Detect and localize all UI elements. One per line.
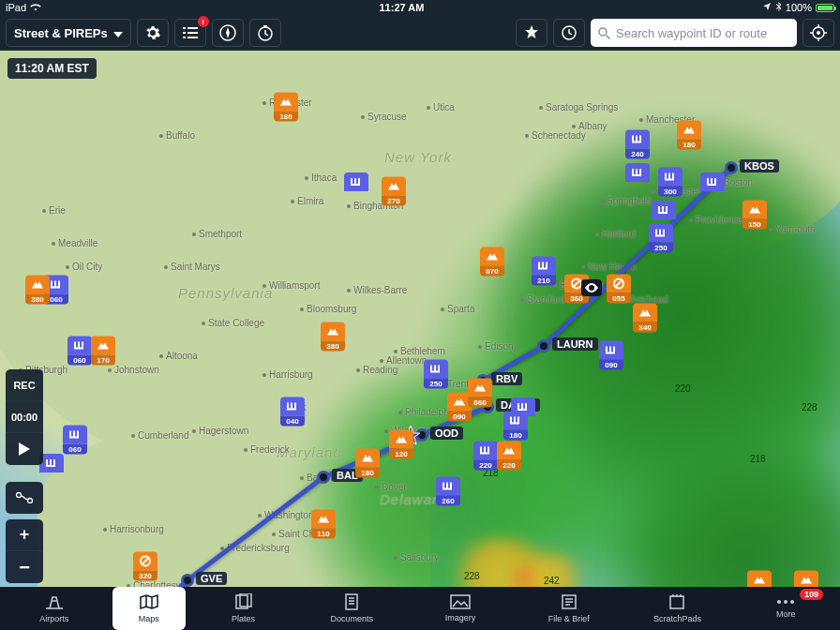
more-icon (775, 598, 796, 608)
pirep-badge[interactable]: 110 (311, 510, 336, 539)
pirep-badge[interactable]: 300 (658, 168, 682, 197)
city-label: Washington (258, 510, 313, 520)
route-edit-button[interactable] (6, 482, 43, 514)
city-label: State College (202, 318, 264, 328)
city-label: Salisbury (394, 552, 439, 562)
favorites-button[interactable]: + (516, 19, 548, 47)
pirep-badge[interactable]: 120 (389, 430, 413, 459)
pirep-badge[interactable]: 090 (599, 341, 623, 370)
svg-point-11 (28, 499, 33, 503)
pirep-badge[interactable]: 220 (473, 442, 498, 471)
pirep-badge[interactable]: 380 (25, 276, 50, 305)
state-label: Pennsylvania (178, 285, 273, 301)
city-label: Utica (427, 102, 455, 112)
route-edit-group (6, 482, 43, 514)
bluetooth-icon (775, 2, 782, 14)
pirep-badge[interactable] (344, 172, 368, 191)
pirep-badge[interactable]: 370 (794, 571, 818, 588)
tab-label: Airports (39, 614, 68, 623)
pirep-badge[interactable]: 180 (677, 121, 701, 150)
city-label: Allentown (380, 355, 427, 366)
tab-label: Plates (232, 614, 255, 623)
tab-airports[interactable]: Airports (0, 587, 109, 630)
city-label: Harrisburg (262, 369, 313, 380)
pirep-badge[interactable] (625, 163, 650, 182)
pirep-badge[interactable]: 380 (321, 322, 345, 352)
pirep-badge[interactable]: 250 (424, 360, 448, 389)
center-button[interactable] (802, 19, 834, 47)
rec-button[interactable]: REC (6, 369, 43, 401)
pirep-badge[interactable]: 070 (480, 248, 504, 277)
pirep-badge[interactable]: 060 (68, 337, 92, 366)
city-label: Reading (356, 365, 398, 375)
timer-button[interactable] (249, 19, 281, 47)
pirep-badge[interactable]: 180 (355, 449, 380, 478)
tab-scratchpads[interactable]: ScratchPads (623, 587, 732, 630)
pirep-badge[interactable]: 060 (468, 379, 492, 408)
city-label: Ithaca (305, 172, 337, 183)
svg-rect-17 (670, 596, 683, 608)
map-viewport[interactable]: New YorkPennsylvaniaMarylandDelawareVirg… (0, 51, 840, 587)
search-field[interactable]: Search waypoint ID or route (591, 19, 797, 47)
city-label: Bloomsburg (300, 304, 356, 314)
pirep-badge[interactable]: 250 (649, 224, 673, 253)
radar-timestamp: 11:20 AM EST (8, 58, 97, 79)
pirep-badge[interactable]: 340 (633, 304, 657, 333)
battery-percent: 100% (786, 2, 812, 13)
history-button[interactable] (553, 19, 585, 47)
pirep-badge[interactable] (700, 172, 725, 191)
zoom-out-button[interactable]: − (6, 551, 43, 583)
city-label: Saratoga Springs (539, 102, 618, 112)
city-label: Hagerstown (192, 426, 248, 436)
pirep-badge[interactable]: 060 (63, 426, 87, 455)
city-label: Altoona (159, 351, 198, 361)
pirep-badge[interactable]: 160 (274, 93, 298, 122)
compass-icon (219, 24, 236, 41)
pirep-badge[interactable]: 220 (497, 442, 521, 471)
settings-button[interactable] (137, 19, 169, 47)
pirep-badge[interactable] (652, 201, 676, 219)
tab-filebrief[interactable]: File & Brief (515, 587, 623, 630)
pirep-badge[interactable]: 370 (747, 571, 772, 588)
tab-imagery[interactable]: Imagery (406, 587, 515, 630)
play-button[interactable] (6, 433, 43, 465)
svg-rect-14 (346, 594, 357, 609)
layer-label: Street & PIREPs (14, 26, 108, 40)
pirep-badge[interactable]: 270 (382, 177, 406, 206)
alert-badge: ! (198, 16, 209, 27)
compass-button[interactable] (212, 19, 244, 47)
status-time: 11:27 AM (380, 2, 425, 13)
pirep-badge[interactable]: 210 (532, 257, 556, 286)
waypoint-GVE[interactable]: GVE (181, 574, 194, 587)
pirep-badge[interactable]: 320 (133, 552, 158, 581)
svg-point-19 (784, 600, 788, 604)
route-edit-icon (16, 492, 33, 503)
pirep-badge[interactable]: 180 (503, 412, 528, 441)
layer-selector[interactable]: Street & PIREPs (6, 19, 131, 47)
list-button[interactable]: ! (174, 19, 206, 47)
tab-more[interactable]: 109More (731, 587, 840, 630)
zoom-controls: + − (6, 519, 43, 583)
waypoint-KBOS[interactable]: KBOS (725, 161, 738, 174)
pirep-badge[interactable]: 040 (280, 398, 305, 427)
pirep-badge[interactable]: 055 (607, 275, 631, 304)
city-label: Sparta (441, 304, 474, 314)
city-label: Providence (689, 215, 742, 225)
city-label: Elmira (291, 196, 323, 206)
dbz-value: 228 (464, 571, 480, 581)
pirep-badge[interactable]: 150 (742, 201, 767, 230)
scratch-icon (668, 593, 685, 612)
tab-maps[interactable]: Maps (112, 587, 186, 630)
state-label: New York (384, 149, 452, 165)
eye-marker[interactable] (581, 279, 602, 296)
zoom-in-button[interactable]: + (6, 519, 43, 551)
pirep-badge[interactable]: 240 (625, 130, 650, 159)
tab-documents[interactable]: Documents (297, 587, 406, 630)
search-placeholder: Search waypoint ID or route (616, 26, 767, 40)
waypoint-BAL[interactable]: BAL (317, 471, 330, 484)
pirep-badge[interactable]: 260 (436, 477, 460, 506)
tab-plates[interactable]: Plates (189, 587, 298, 630)
waypoint-LAURN[interactable]: LAURN (537, 339, 550, 352)
dbz-value: 220 (675, 383, 691, 394)
pirep-badge[interactable]: 170 (91, 337, 115, 366)
